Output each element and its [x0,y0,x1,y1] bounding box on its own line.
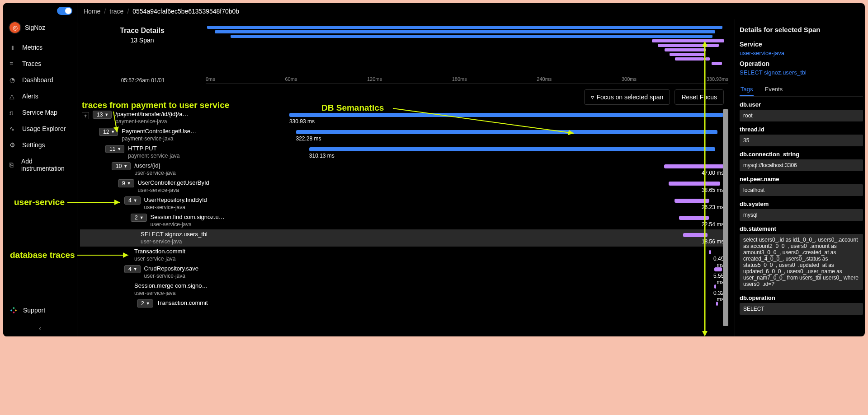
span-expand-chip[interactable]: 10▼ [112,162,131,170]
span-details-panel: Details for selected Span Service user-s… [735,19,865,336]
sidebar-item-label: Settings [22,141,45,149]
sidebar-item-metrics[interactable]: ⫼Metrics [3,39,77,56]
span-row[interactable]: 10▼ /users/{id} user-service-java 47.00 … [80,161,728,178]
span-service: payment-service-java [128,153,179,159]
span-service: payment-service-java [122,135,196,142]
operation-link[interactable]: SELECT signoz.users_tbl [740,69,863,76]
span-bar[interactable] [669,182,720,186]
span-expand-chip[interactable]: 12▼ [99,128,118,136]
span-service: user-service-java [151,221,225,228]
span-expand-chip[interactable]: 9▼ [118,179,134,187]
sidebar-item-label: Usage Explorer [22,125,66,132]
theme-toggle[interactable] [57,7,72,15]
nodes-icon: ⎌ [9,109,17,116]
span-expand-chip[interactable]: 11▼ [105,145,124,153]
breadcrumb-home[interactable]: Home [84,8,100,15]
span-bar[interactable] [714,284,716,289]
span-bar[interactable] [709,250,711,254]
span-row[interactable]: 12▼ PaymentController.getUse… payment-se… [80,126,728,144]
span-expand-chip[interactable]: 4▼ [124,265,141,273]
sidebar-item-dashboard[interactable]: ◔Dashboard [3,72,77,88]
span-name: UserRepository.findById [144,196,207,203]
span-service: user-service-java [134,170,175,176]
operation-label: Operation [740,60,863,67]
span-service: user-service-java [144,273,198,279]
span-row[interactable]: Transaction.commit user-service-java 0.4… [80,247,728,264]
sidebar-item-add-instrumentation[interactable]: ⎘Add instrumentation [3,153,77,177]
span-row[interactable]: 13▼ /payment/transfer/id/{id}/a… payment… [80,109,728,126]
span-expand-chip[interactable]: 2▼ [137,299,153,308]
span-bar[interactable] [675,199,709,203]
reset-focus-button[interactable]: Reset Focus [675,89,724,105]
tag-key: net.peer.name [740,176,863,182]
breadcrumb-trace-id[interactable]: 0554a94cfaf6ec5be613539548f70b0b [132,8,239,15]
span-row[interactable]: 2▼ Transaction.commit [80,298,728,315]
span-bar[interactable] [679,216,709,220]
span-bar[interactable] [309,147,715,151]
tab-events[interactable]: Events [764,83,783,96]
caret-down-icon: ▼ [133,267,137,271]
tag-key: thread.id [740,126,863,133]
link-icon: ⎘ [9,161,16,168]
service-link[interactable]: user-service-java [740,50,863,56]
span-bar[interactable] [683,233,708,237]
line-chart-icon: ∿ [9,125,17,132]
sidebar-item-label: Add instrumentation [21,158,71,172]
tag-row: db.statement select users0_.id as id1_0_… [740,225,863,290]
span-expand-chip[interactable]: 13▼ [93,111,112,119]
chevron-left-icon: ‹ [39,325,41,332]
gauge-icon: ◔ [9,76,17,84]
tag-key: db.operation [740,294,863,301]
span-row[interactable]: 2▼ Session.find com.signoz.u… user-servi… [80,212,728,229]
trace-details-title: Trace Details [84,27,201,35]
span-name: Transaction.commit [134,248,185,255]
sidebar-item-traces[interactable]: ≡Traces [3,56,77,72]
span-bar[interactable] [714,267,722,271]
sidebar-item-alerts[interactable]: △Alerts [3,88,77,104]
tag-value: localhost [740,184,863,196]
collapse-sidebar-button[interactable]: ‹ [3,320,77,336]
span-bar[interactable] [716,302,718,306]
bar-chart-icon: ⫼ [9,44,17,51]
details-header: Details for selected Span [740,26,863,33]
span-name: Transaction.commit [157,299,208,306]
span-row[interactable]: 4▼ UserRepository.findById user-service-… [80,195,728,212]
svg-rect-0 [10,310,12,312]
focus-on-span-button[interactable]: ▿ Focus on selected span [584,89,670,105]
sidebar-item-service-map[interactable]: ⎌Service Map [3,104,77,121]
trace-timestamp: 05:57:26am 01/01 [80,77,206,84]
scrollbar-thumb[interactable] [723,109,728,326]
app-logo[interactable]: ◎ SigNoz [3,19,77,39]
logo-icon: ◎ [9,22,20,33]
span-service: payment-service-java [115,118,188,125]
breadcrumb-trace[interactable]: trace [109,8,123,15]
span-row[interactable]: SELECT signoz.users_tbl user-service-jav… [80,229,728,247]
span-bar[interactable] [664,164,725,168]
svg-rect-1 [13,307,15,309]
tag-value: select users0_.id as id1_0_0_, users0_.a… [740,234,863,290]
span-expand-chip[interactable]: 4▼ [124,196,141,205]
caret-down-icon: ▼ [146,301,150,306]
span-row[interactable]: 4▼ CrudRepository.save user-service-java… [80,264,728,281]
caret-down-icon: ▼ [117,147,121,151]
span-row[interactable]: 9▼ UserController.getUserById user-servi… [80,178,728,195]
time-tick: 330.93ms [707,76,728,82]
caret-down-icon: ▼ [111,130,115,134]
span-row[interactable]: 11▼ HTTP PUT payment-service-java 310.13… [80,144,728,161]
breadcrumb: Home / trace / 0554a94cfaf6ec5be61353954… [77,3,865,19]
span-expand-chip[interactable]: 2▼ [131,214,147,222]
span-bar[interactable] [289,113,723,117]
sidebar-item-usage-explorer[interactable]: ∿Usage Explorer [3,121,77,137]
span-bar[interactable] [296,130,717,134]
span-row[interactable]: Session.merge com.signo… user-service-ja… [80,281,728,298]
span-name: PaymentController.getUse… [122,128,196,135]
tab-tags[interactable]: Tags [740,83,754,96]
support-button[interactable]: Support [3,301,77,320]
span-name: Session.find com.signoz.u… [151,214,225,220]
span-service: user-service-java [144,204,207,210]
sidebar-item-settings[interactable]: ⚙Settings [3,137,77,153]
time-tick: 300ms [622,76,637,82]
trace-minimap[interactable] [204,26,728,75]
span-name: UserController.getUserById [138,179,209,186]
time-tick: 180ms [452,76,467,82]
